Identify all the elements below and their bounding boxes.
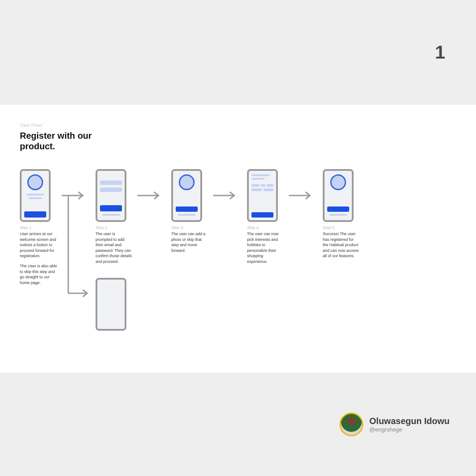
author-name: Oluwasegun Idowu — [369, 416, 450, 426]
wireframe-welcome-screen — [20, 169, 51, 222]
author-handle: @engrshege — [369, 426, 450, 433]
step-description-alt: The User is also able to skip this step … — [20, 263, 57, 285]
text-line — [29, 197, 42, 199]
primary-button-placeholder — [100, 205, 122, 211]
step-label: Step 2: — [96, 225, 135, 230]
arrow-icon — [213, 191, 238, 200]
kicker-label: User Flow: — [20, 122, 456, 128]
primary-button-placeholder — [24, 211, 46, 218]
flow-step-5: Step 5: Success! The user has registered… — [323, 169, 362, 259]
text-line — [102, 214, 120, 216]
text-line — [251, 174, 270, 176]
page-title: Register with our product. — [20, 130, 108, 151]
avatar-placeholder-icon — [27, 174, 43, 190]
text-line — [26, 194, 44, 196]
text-line — [251, 178, 265, 180]
input-placeholder — [100, 188, 122, 192]
tag-placeholder — [261, 184, 266, 187]
author-byline: Oluwasegun Idowu @engrshege — [339, 413, 450, 436]
input-placeholder — [100, 181, 122, 185]
slide-canvas: User Flow: Register with our product. St… — [0, 105, 476, 373]
step-label: Step 5: — [323, 225, 362, 230]
step-description: User arrives at our welcome screen and n… — [20, 231, 57, 259]
user-flow-diagram: Step 1: User arrives at our welcome scre… — [20, 169, 456, 354]
step-label: Step 3: — [171, 225, 211, 230]
step-label: Step 4: — [247, 225, 287, 230]
flow-step-2: Step 2: The user is prompted to add thei… — [96, 169, 135, 265]
step-description: The user can now pick interests and hobb… — [247, 231, 284, 265]
primary-button-placeholder — [251, 212, 273, 218]
step-description: The user is prompted to add their email … — [96, 231, 133, 265]
step-description: The user can add a photo or skip that st… — [171, 231, 209, 253]
primary-button-placeholder — [176, 207, 198, 212]
tag-row — [251, 184, 273, 187]
step-description: Success! The user has registered for the… — [323, 231, 360, 259]
tag-placeholder — [267, 184, 273, 187]
flow-step-3: Step 3: The user can add a photo or skip… — [171, 169, 211, 253]
wireframe-photo-screen — [171, 169, 202, 222]
avatar-placeholder-icon — [330, 174, 346, 190]
wireframe-homepage-screen — [96, 278, 126, 331]
tag-row — [251, 188, 273, 191]
arrow-icon — [137, 191, 162, 200]
flow-step-4: Step 4: The user can now pick interests … — [247, 169, 287, 265]
tag-placeholder — [251, 184, 259, 187]
flow-step-1: Step 1: User arrives at our welcome scre… — [20, 169, 59, 285]
avatar-placeholder-icon — [179, 174, 195, 190]
tag-placeholder — [251, 188, 262, 191]
step-label: Step 1: — [20, 225, 59, 230]
branch-arrow-icon — [67, 196, 92, 297]
author-avatar — [339, 413, 363, 436]
page-number: 1 — [435, 42, 445, 63]
text-line — [329, 214, 347, 216]
text-line — [178, 214, 196, 216]
wireframe-success-screen — [323, 169, 354, 222]
tag-placeholder — [263, 188, 274, 191]
wireframe-credentials-screen — [96, 169, 126, 222]
primary-button-placeholder — [327, 207, 349, 212]
arrow-icon — [289, 191, 314, 200]
wireframe-interests-screen — [247, 169, 278, 222]
